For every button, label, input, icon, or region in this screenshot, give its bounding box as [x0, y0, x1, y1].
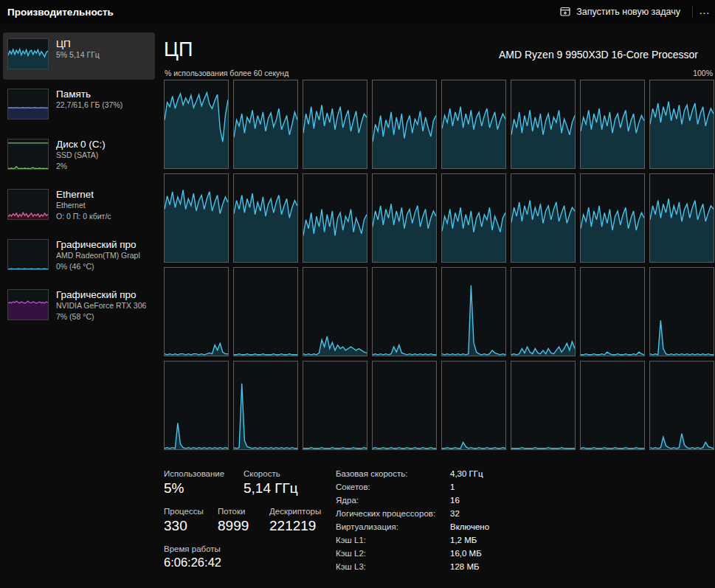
- stat-label: Скорость: [243, 469, 310, 478]
- more-options-button[interactable]: …: [694, 3, 715, 21]
- cpu-stats: Использование5%Скорость5,14 ГГц Процессы…: [164, 468, 715, 586]
- sidebar-item-title: Графический про: [56, 239, 140, 250]
- cpu-core-graph-24: [164, 361, 229, 450]
- cpu-core-graph-6: [580, 80, 645, 169]
- uptime-block: Время работы 6:06:26:42: [164, 544, 221, 570]
- stats-primary: Использование5%Скорость5,14 ГГц: [164, 469, 310, 497]
- cpu-core-graph-0: [164, 80, 229, 169]
- cpu-core-graph-17: [233, 267, 298, 356]
- sidebar-item-cpu[interactable]: ЦП5% 5,14 ГГц: [3, 32, 155, 80]
- detail-row: Кэш L2:16,0 МБ: [336, 549, 616, 559]
- cpu-core-graph-19: [372, 267, 437, 356]
- sidebar-item-title: ЦП: [56, 38, 100, 49]
- stat-label: Использование: [164, 469, 243, 478]
- cpu-core-graph-16: [164, 267, 229, 356]
- sidebar-item-detail: AMD Radeon(TM) Grapl: [56, 250, 140, 261]
- cpu-core-grid: [164, 80, 714, 450]
- sidebar-item-detail: SSD (SATA): [56, 150, 106, 161]
- ethernet-sparkline: [7, 189, 49, 220]
- cpu-core-graph-15: [649, 173, 714, 263]
- uptime-value: 6:06:26:42: [164, 556, 221, 570]
- titlebar: Производительность Запустить новую задач…: [0, 0, 715, 24]
- detail-label: Виртуализация:: [336, 522, 450, 533]
- detail-value: 4,30 ГГц: [450, 469, 483, 480]
- cpu-core-graph-27: [372, 361, 437, 450]
- cpu-core-graph-7: [649, 80, 714, 169]
- cpu-core-graph-31: [649, 361, 714, 450]
- detail-row: Ядра:16: [336, 496, 616, 506]
- sidebar-item-gpu_nvidia[interactable]: Графический проNVIDIA GeForce RTX 3067% …: [3, 283, 155, 331]
- cpu-core-graph-9: [233, 173, 298, 263]
- window-title: Производительность: [7, 7, 114, 18]
- detail-value: 16,0 МБ: [450, 549, 482, 559]
- stat-threads: Потоки8999: [218, 507, 269, 534]
- detail-value: 1: [450, 482, 455, 493]
- sidebar-item-detail: 2%: [56, 161, 106, 172]
- sidebar-item-detail: О: 0 П: 0 кбит/с: [56, 211, 111, 222]
- sidebar: ЦП5% 5,14 ГГцПамять22,7/61,6 ГБ (37%)Дис…: [3, 32, 155, 333]
- stat-value: 5%: [164, 480, 243, 497]
- stat-handles: Дескрипторы221219: [269, 507, 328, 534]
- cpu-core-graph-3: [372, 80, 437, 169]
- sidebar-item-title: Графический про: [56, 289, 146, 300]
- run-new-task-icon: [560, 7, 570, 17]
- cpu-core-graph-4: [441, 80, 506, 169]
- run-new-task-button[interactable]: Запустить новую задачу: [550, 3, 691, 21]
- sidebar-item-detail: Ethernet: [56, 200, 111, 211]
- cpu-core-graph-2: [303, 80, 367, 169]
- stat-label: Потоки: [218, 507, 269, 516]
- cpu-core-graph-18: [303, 267, 367, 356]
- detail-row: Виртуализация:Включено: [336, 522, 616, 533]
- detail-value: Включено: [450, 522, 489, 533]
- graph-caption: % использования более 60 секунд: [165, 69, 289, 77]
- detail-label: Кэш L3:: [336, 562, 450, 573]
- sidebar-item-text: Графический проNVIDIA GeForce RTX 3067% …: [56, 289, 146, 322]
- detail-value: 1,2 МБ: [450, 536, 477, 546]
- sidebar-item-text: ЦП5% 5,14 ГГц: [56, 38, 100, 60]
- cpu-core-graph-25: [233, 361, 298, 450]
- detail-label: Логических процессоров:: [336, 509, 450, 519]
- titlebar-separator: [692, 6, 693, 18]
- sidebar-item-disk[interactable]: Диск 0 (C:)SSD (SATA)2%: [3, 133, 155, 180]
- sidebar-item-title: Диск 0 (C:): [56, 139, 106, 150]
- memory-sparkline: [7, 89, 49, 120]
- stat-value: 330: [164, 518, 218, 534]
- detail-label: Кэш L1:: [336, 536, 450, 546]
- run-new-task-label: Запустить новую задачу: [576, 7, 680, 17]
- sidebar-item-detail: 22,7/61,6 ГБ (37%): [56, 100, 122, 111]
- cpu-core-graph-12: [441, 173, 506, 263]
- cpu-core-graph-28: [441, 361, 506, 450]
- sidebar-item-ethernet[interactable]: EthernetEthernetО: 0 П: 0 кбит/с: [3, 183, 155, 230]
- cpu-core-graph-1: [233, 80, 298, 169]
- processor-name: AMD Ryzen 9 9950X3D 16-Core Processor: [499, 49, 715, 60]
- sidebar-item-title: Ethernet: [56, 189, 111, 200]
- cpu-details: Базовая скорость:4,30 ГГцСокетов:1Ядра:1…: [336, 469, 616, 573]
- cpu-core-graph-13: [511, 173, 576, 263]
- stat-speed: Скорость5,14 ГГц: [243, 469, 310, 497]
- detail-label: Сокетов:: [336, 482, 450, 493]
- detail-value: 128 МБ: [450, 562, 480, 573]
- detail-row: Кэш L3:128 МБ: [336, 562, 616, 573]
- titlebar-actions: Запустить новую задачу …: [550, 0, 715, 24]
- stat-label: Дескрипторы: [269, 507, 328, 516]
- sidebar-item-memory[interactable]: Память22,7/61,6 ГБ (37%): [3, 83, 155, 130]
- sidebar-item-text: Диск 0 (C:)SSD (SATA)2%: [56, 139, 106, 172]
- cpu-core-graph-26: [303, 361, 367, 450]
- detail-row: Кэш L1:1,2 МБ: [336, 536, 616, 546]
- sidebar-item-gpu_amd[interactable]: Графический проAMD Radeon(TM) Grapl0% (4…: [3, 233, 155, 280]
- cpu-core-graph-10: [303, 173, 367, 263]
- gpu_nvidia-sparkline: [7, 289, 49, 320]
- cpu-core-graph-23: [649, 267, 714, 356]
- cpu-core-graph-20: [441, 267, 506, 356]
- sidebar-item-detail: 7% (58 °C): [56, 311, 146, 322]
- sidebar-item-text: EthernetEthernetО: 0 П: 0 кбит/с: [56, 189, 111, 222]
- cpu-core-graph-5: [511, 80, 576, 169]
- sidebar-item-text: Графический проAMD Radeon(TM) Grapl0% (4…: [56, 239, 140, 272]
- uptime-label: Время работы: [164, 544, 221, 553]
- cpu-core-graph-14: [580, 173, 645, 263]
- detail-row: Сокетов:1: [336, 482, 616, 493]
- cpu-sparkline: [7, 38, 49, 69]
- detail-value: 16: [450, 496, 460, 506]
- stat-usage: Использование5%: [164, 469, 243, 497]
- stat-label: Процессы: [164, 507, 218, 516]
